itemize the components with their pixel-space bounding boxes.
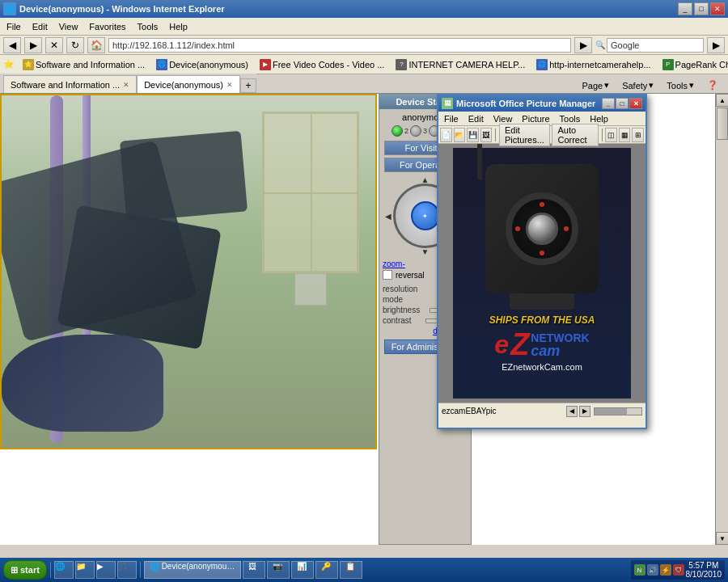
fav-pagerank[interactable]: P PageRank Checker: [658, 57, 728, 72]
close-button[interactable]: ✕: [710, 2, 725, 15]
ms-minimize-button[interactable]: _: [602, 98, 615, 109]
ez-letter-e: e: [494, 330, 509, 360]
fav-internetcamera[interactable]: 🌐 http-internetcamerahelp...: [531, 57, 655, 72]
ms-zoom-slider[interactable]: [594, 407, 642, 415]
page-tools-section: Page ▾ Safety ▾ Tools ▾ ❓: [577, 79, 728, 93]
page-arrow-icon: ▾: [604, 80, 609, 91]
menu-favorites[interactable]: Favorites: [84, 20, 130, 33]
quick-launch-media[interactable]: ▶: [96, 561, 116, 579]
taskbar-app5[interactable]: 📋: [340, 561, 362, 579]
ms-menu-tools[interactable]: Tools: [556, 113, 585, 124]
main-content: Device Status anonymous 2 3 4 For Visito…: [0, 94, 728, 545]
ms-tool-extra3[interactable]: ⊞: [632, 128, 644, 142]
start-button[interactable]: ⊞ start: [3, 560, 47, 580]
ms-menu-file[interactable]: File: [440, 113, 463, 124]
maximize-button[interactable]: □: [694, 2, 709, 15]
quick-launch-explorer[interactable]: 📁: [75, 561, 95, 579]
fav-software[interactable]: ⭐ Software and Information ...: [18, 57, 150, 72]
tab-software-close[interactable]: ✕: [123, 81, 129, 89]
search-input[interactable]: Google: [607, 38, 704, 53]
tools-arrow-icon: ▾: [689, 80, 694, 91]
ptz-center-button[interactable]: ✦: [411, 201, 440, 230]
back-button[interactable]: ◀: [3, 37, 21, 53]
resolution-label: resolution: [383, 285, 417, 293]
fav-icon-internetcamera: 🌐: [536, 59, 548, 70]
taskbar-app2[interactable]: 📷: [267, 561, 290, 579]
fav-icon-device: 🌐: [156, 59, 167, 70]
menu-edit[interactable]: Edit: [28, 20, 53, 33]
ms-office-window: 🖼 Microsoft Office Picture Manager _ □ ✕…: [437, 94, 647, 429]
scroll-up-arrow[interactable]: ▲: [716, 94, 728, 107]
ptz-up-button[interactable]: ▲: [421, 175, 430, 184]
ms-menu-edit[interactable]: Edit: [464, 113, 488, 124]
tab-software[interactable]: Software and Information ... ✕: [3, 75, 137, 93]
fav-icon-software: ⭐: [23, 59, 34, 70]
fav-camera-help[interactable]: ? INTERNET CAMERA HELP...: [391, 57, 530, 72]
ms-menu-view[interactable]: View: [489, 113, 517, 124]
menu-view[interactable]: View: [54, 20, 83, 33]
search-go-button[interactable]: ▶: [707, 37, 725, 53]
ms-tool-save[interactable]: 💾: [467, 128, 479, 142]
ms-menu-picture[interactable]: Picture: [518, 113, 553, 124]
led-2: [410, 125, 421, 137]
refresh-button[interactable]: ↻: [66, 37, 84, 53]
ms-scroll-left[interactable]: ◀: [566, 406, 578, 417]
scroll-thumb[interactable]: [717, 108, 728, 140]
ms-tool-picture[interactable]: 🖼: [480, 128, 493, 142]
reversal-checkbox[interactable]: [383, 270, 392, 280]
ms-scroll-right[interactable]: ▶: [579, 406, 590, 417]
ms-tool-open[interactable]: 📂: [454, 128, 466, 142]
window-frame: [262, 112, 359, 273]
fav-video[interactable]: ▶ Free Video Codes - Video ...: [255, 57, 389, 72]
taskbar-app3[interactable]: 📊: [291, 561, 314, 579]
ms-edit-pictures-button[interactable]: Edit Pictures...: [499, 124, 551, 146]
taskbar-app4[interactable]: 🔑: [315, 561, 338, 579]
quick-launch-extra[interactable]: 🎵: [117, 561, 137, 579]
fav-device[interactable]: 🌐 Device(anonymous): [151, 57, 253, 72]
new-tab-button[interactable]: +: [240, 78, 256, 93]
scroll-track[interactable]: [716, 107, 728, 532]
taskbar-ie-label: Device(anonymous) ...: [162, 562, 241, 571]
ms-menu-help[interactable]: Help: [586, 113, 612, 124]
forward-button[interactable]: ▶: [24, 37, 42, 53]
ms-tool-extra2[interactable]: ▦: [619, 128, 631, 142]
toolbar-separator-2: [602, 129, 603, 141]
ms-close-button[interactable]: ✕: [629, 98, 642, 109]
tab-device[interactable]: Device(anonymous) ✕: [137, 75, 240, 93]
ms-auto-correct-button[interactable]: Auto Correct: [552, 124, 598, 146]
menu-tools[interactable]: Tools: [133, 20, 163, 33]
ptz-down-button[interactable]: ▼: [421, 247, 430, 256]
vertical-scrollbar[interactable]: ▲ ▼: [715, 94, 728, 545]
ms-maximize-button[interactable]: □: [616, 98, 629, 109]
safety-menu-button[interactable]: Safety ▾: [617, 79, 658, 91]
leaf-3: [120, 131, 248, 222]
zoom-minus-button[interactable]: zoom-: [383, 259, 405, 268]
taskbar-app1[interactable]: 🖼: [243, 561, 265, 579]
quick-launch-ie[interactable]: 🌐: [54, 561, 74, 579]
address-bar[interactable]: http://192.168.1.112/index.html: [108, 38, 571, 53]
led-top: [540, 202, 544, 207]
fav-camera-help-label: INTERNET CAMERA HELP...: [408, 60, 525, 70]
ms-zoom-thumb: [595, 408, 627, 415]
taskbar-ie-button[interactable]: 🌐 Device(anonymous) ...: [144, 561, 241, 579]
led-bottom: [540, 251, 544, 255]
menu-help[interactable]: Help: [164, 20, 193, 33]
ms-tool-extra1[interactable]: ◫: [605, 128, 617, 142]
tab-device-close[interactable]: ✕: [226, 81, 233, 89]
menu-file[interactable]: File: [2, 20, 26, 33]
foreground-object: [2, 335, 163, 432]
help-icon-button[interactable]: ❓: [702, 79, 723, 91]
stop-button[interactable]: ✕: [45, 37, 63, 53]
brightness-label: brightness: [383, 306, 420, 314]
page-menu-button[interactable]: Page ▾: [577, 79, 614, 91]
system-clock: 5:57 PM 8/10/2010: [686, 561, 722, 579]
ie-icon: 🌐: [3, 2, 16, 15]
ptz-left-button[interactable]: ◀: [385, 212, 392, 221]
go-button[interactable]: ▶: [574, 37, 592, 53]
minimize-button[interactable]: _: [678, 2, 692, 15]
ms-tool-new[interactable]: 📄: [440, 128, 452, 142]
tabs-container: Software and Information ... ✕ Device(an…: [0, 74, 256, 93]
tools-menu-button[interactable]: Tools ▾: [662, 79, 699, 91]
scroll-down-arrow[interactable]: ▼: [716, 532, 728, 545]
home-button[interactable]: 🏠: [87, 37, 105, 53]
